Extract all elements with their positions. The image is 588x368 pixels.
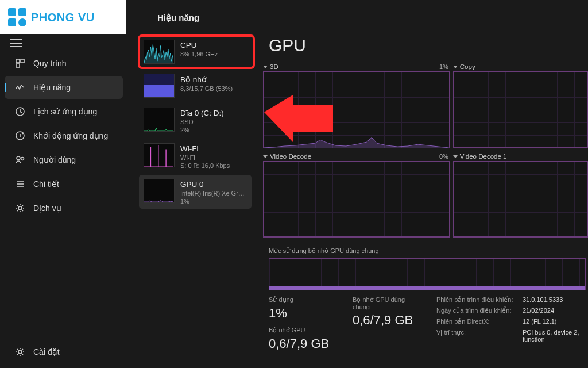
stat-label-gpu-mem: Bộ nhớ GPU bbox=[269, 327, 338, 334]
chevron-down-icon bbox=[453, 66, 458, 68]
memory-thumbnail bbox=[144, 74, 175, 98]
kv-key: Phiên bản trình điều khiển: bbox=[436, 296, 517, 304]
primary-sidebar: Quy trình Hiệu năng Lịch sử ứng dụng Khở… bbox=[0, 52, 126, 221]
perf-card-title: CPU bbox=[180, 41, 218, 49]
kv-key: Phiên bản DirectX: bbox=[436, 318, 517, 325]
sidebar-item-details[interactable]: Chi tiết bbox=[5, 172, 123, 195]
svg-point-10 bbox=[18, 206, 22, 210]
sidebar-item-services[interactable]: Dịch vụ bbox=[5, 197, 123, 220]
sidebar-item-startup[interactable]: Khởi động ứng dụng bbox=[5, 124, 123, 147]
perf-card-wifi[interactable]: Wi-Fi Wi-Fi S: 0 R: 16,0 Kbps bbox=[139, 139, 252, 173]
kv-key: Ngày của trình điều khiển: bbox=[436, 307, 517, 315]
chart-label: Video Decode 1 bbox=[460, 153, 507, 160]
svg-point-5 bbox=[17, 156, 20, 160]
sidebar-item-label: Khởi động ứng dụng bbox=[33, 131, 108, 140]
performance-icon bbox=[15, 82, 25, 93]
perf-card-gpu[interactable]: GPU 0 Intel(R) Iris(R) Xe Grap... 1% bbox=[139, 175, 252, 209]
perf-card-subtitle: 8,3/15,7 GB (53%) bbox=[180, 85, 233, 92]
sidebar-item-label: Hiệu năng bbox=[33, 83, 71, 92]
chevron-down-icon bbox=[263, 155, 268, 158]
logo-icon bbox=[8, 8, 26, 26]
perf-card-title: Bộ nhớ bbox=[180, 75, 233, 84]
performance-list: CPU 8% 1,96 GHz Bộ nhớ 8,3/15,7 GB (53%)… bbox=[133, 36, 252, 210]
kv-value: 21/02/2024 bbox=[523, 307, 554, 315]
sidebar-item-label: Người dùng bbox=[33, 155, 76, 164]
brand-logo: PHONG VU bbox=[0, 0, 126, 34]
stat-value-gpu-mem: 0,6/7,9 GB bbox=[269, 336, 338, 351]
chart-label: Copy bbox=[460, 63, 475, 70]
details-icon bbox=[15, 179, 25, 189]
chart-3d bbox=[263, 71, 450, 148]
perf-card-subtitle: Wi-Fi bbox=[180, 154, 230, 161]
kv-value: PCI bus 0, device 2, function bbox=[523, 329, 588, 343]
kv-value: 12 (FL 12.1) bbox=[523, 318, 557, 325]
svg-rect-2 bbox=[16, 64, 20, 67]
chart-header-video-decode[interactable]: Video Decode0% bbox=[263, 153, 450, 160]
sidebar-item-label: Chi tiết bbox=[33, 179, 59, 189]
wifi-thumbnail bbox=[144, 143, 175, 167]
kv-value: 31.0.101.5333 bbox=[523, 296, 563, 304]
perf-card-cpu[interactable]: CPU 8% 1,96 GHz bbox=[139, 36, 254, 68]
gpu-panel: GPU 3D1% Copy Video Decode0% bbox=[263, 36, 588, 368]
chart-header-video-decode-1[interactable]: Video Decode 1 bbox=[453, 153, 588, 160]
chart-copy bbox=[453, 71, 588, 148]
chart-shared-memory bbox=[269, 258, 586, 290]
sidebar-item-label: Cài đặt bbox=[33, 347, 60, 356]
stat-value-usage: 1% bbox=[269, 306, 338, 321]
sidebar-item-settings[interactable]: Cài đặt bbox=[5, 340, 123, 363]
chevron-down-icon bbox=[263, 66, 268, 68]
chart-header-3d[interactable]: 3D1% bbox=[263, 63, 450, 70]
kv-key: Vị trí thực: bbox=[436, 329, 517, 343]
perf-card-subtitle: 8% 1,96 GHz bbox=[180, 51, 218, 57]
logo-text: PHONG VU bbox=[31, 11, 95, 24]
perf-card-memory[interactable]: Bộ nhớ 8,3/15,7 GB (53%) bbox=[139, 70, 252, 102]
chart-video-decode-1 bbox=[453, 161, 588, 238]
perf-card-disk[interactable]: Đĩa 0 (C: D:) SSD 2% bbox=[139, 103, 252, 137]
perf-card-subtitle-2: 1% bbox=[180, 198, 246, 205]
gear-icon bbox=[15, 203, 25, 213]
page-title: Hiệu năng bbox=[157, 13, 588, 23]
chart-percent: 1% bbox=[439, 63, 448, 70]
gear-icon bbox=[15, 347, 25, 357]
processes-icon bbox=[15, 58, 25, 68]
perf-card-subtitle-2: 2% bbox=[180, 126, 224, 133]
sidebar-item-label: Dịch vụ bbox=[33, 204, 61, 213]
panel-title: GPU bbox=[269, 36, 588, 55]
perf-card-title: Wi-Fi bbox=[180, 144, 230, 153]
svg-rect-0 bbox=[16, 59, 20, 63]
perf-card-title: GPU 0 bbox=[180, 180, 246, 189]
svg-point-11 bbox=[18, 350, 22, 354]
perf-card-subtitle-2: S: 0 R: 16,0 Kbps bbox=[180, 162, 230, 169]
stat-label-shared: Bộ nhớ GPU dùng chung bbox=[353, 296, 421, 310]
chart-header-copy[interactable]: Copy bbox=[453, 63, 588, 70]
sidebar-item-label: Quy trình bbox=[33, 59, 67, 68]
stat-value-shared: 0,6/7,9 GB bbox=[353, 313, 421, 328]
stat-label-usage: Sử dụng bbox=[269, 296, 338, 304]
gpu-stats: Sử dụng 1% Bộ nhớ GPU 0,6/7,9 GB Bộ nhớ … bbox=[269, 296, 588, 351]
perf-card-subtitle: Intel(R) Iris(R) Xe Grap... bbox=[180, 190, 246, 197]
sidebar-item-users[interactable]: Người dùng bbox=[5, 148, 123, 171]
chart-percent: 0% bbox=[439, 153, 448, 160]
chart-label: 3D bbox=[270, 63, 278, 70]
hamburger-icon[interactable] bbox=[10, 39, 22, 47]
users-icon bbox=[15, 155, 25, 165]
chevron-down-icon bbox=[453, 155, 458, 158]
history-icon bbox=[15, 106, 25, 117]
cpu-thumbnail bbox=[144, 40, 175, 64]
kv-row: Phiên bản DirectX:12 (FL 12.1) bbox=[436, 318, 588, 325]
startup-icon bbox=[15, 131, 25, 141]
sidebar-item-performance[interactable]: Hiệu năng bbox=[5, 76, 123, 99]
perf-card-subtitle: SSD bbox=[180, 118, 224, 125]
sidebar-item-app-history[interactable]: Lịch sử ứng dụng bbox=[5, 100, 123, 123]
sidebar-settings: Cài đặt bbox=[0, 340, 126, 365]
shared-memory-label: Mức sử dụng bộ nhớ GPU dùng chung bbox=[269, 247, 588, 255]
chart-label: Video Decode bbox=[270, 153, 311, 160]
perf-card-title: Đĩa 0 (C: D:) bbox=[180, 109, 224, 117]
disk-thumbnail bbox=[144, 108, 175, 132]
chart-video-decode bbox=[263, 161, 450, 238]
kv-row: Phiên bản trình điều khiển:31.0.101.5333 bbox=[436, 296, 588, 304]
svg-rect-1 bbox=[21, 59, 24, 63]
kv-row: Vị trí thực:PCI bus 0, device 2, functio… bbox=[436, 329, 588, 343]
sidebar-item-processes[interactable]: Quy trình bbox=[5, 52, 123, 75]
svg-point-6 bbox=[21, 158, 24, 160]
